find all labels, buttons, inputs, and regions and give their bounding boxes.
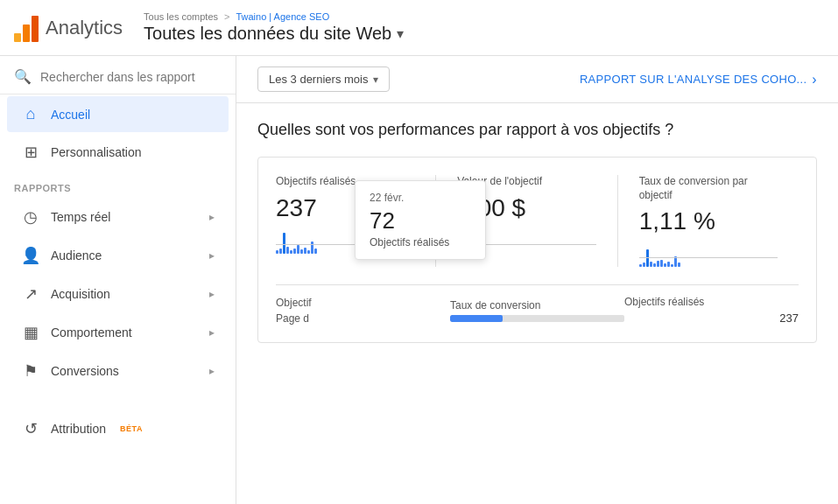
breadcrumb-link[interactable]: Twaino | Agence SEO: [236, 11, 329, 22]
spark-bar: [279, 248, 282, 254]
breadcrumb-bottom: Toutes les données du site Web ▾: [144, 24, 404, 44]
clock-icon: ◷: [21, 207, 40, 227]
chevron-right-icon: ▸: [209, 365, 215, 377]
tooltip-date: 22 févr.: [370, 192, 471, 204]
bottom-col-realises: Objectifs réalisés 237: [624, 296, 799, 325]
bottom-col-label: Taux de conversion: [450, 299, 624, 312]
acquisition-icon: ↗: [21, 284, 40, 304]
sidebar-item-acquisition[interactable]: ↗ Acquisition ▸: [7, 276, 229, 312]
spark-bar: [678, 262, 680, 267]
spark-bar: [639, 264, 642, 267]
spark-bar: [643, 262, 645, 267]
spark-bar: [657, 261, 659, 267]
date-filter-dropdown[interactable]: Les 3 derniers mois ▾: [257, 66, 390, 92]
spark-baseline: [639, 257, 778, 258]
mini-bar-container: [450, 315, 624, 322]
bottom-col-label: Objectifs réalisés: [624, 296, 799, 308]
bottom-col-text: Page d: [276, 312, 450, 325]
person-icon: 👤: [21, 246, 40, 265]
metrics-bottom-row: 22 févr. 72 Objectifs réalisés Objectif …: [276, 284, 799, 325]
chevron-right-icon: ▸: [209, 326, 215, 339]
sidebar-item-accueil[interactable]: ⌂ Accueil: [7, 96, 229, 132]
main-layout: 🔍 ⌂ Accueil ⊞ Personnalisation RAPPORTS …: [0, 56, 838, 504]
sidebar-item-label: Conversions: [51, 364, 119, 378]
spark-bar: [297, 245, 299, 254]
breadcrumb-sep: >: [224, 11, 229, 22]
flag-icon: ⚑: [21, 361, 40, 381]
sidebar-item-personnalisation[interactable]: ⊞ Personnalisation: [7, 134, 229, 171]
tooltip-value: 72: [370, 207, 471, 234]
search-area: 🔍: [0, 60, 236, 94]
arrow-right-icon: ›: [812, 72, 817, 88]
attribution-icon: ↺: [21, 419, 40, 438]
sidebar-item-label: Accueil: [51, 108, 90, 122]
spark-bar: [307, 250, 310, 254]
spark-bar: [290, 250, 292, 254]
metric-label: Taux de conversion par objectif: [639, 175, 778, 202]
sidebar: 🔍 ⌂ Accueil ⊞ Personnalisation RAPPORTS …: [0, 56, 236, 504]
reports-section-label: RAPPORTS: [0, 172, 236, 197]
logo-icon: [14, 14, 39, 42]
chevron-right-icon: ▸: [209, 249, 215, 262]
breadcrumb-top: Tous les comptes > Twaino | Agence SEO: [144, 11, 404, 22]
sidebar-item-label: Attribution: [51, 422, 106, 436]
metrics-card: Objectifs réalisés 237: [257, 157, 817, 343]
sparkline-taux: [639, 242, 778, 267]
sidebar-item-label: Audience: [51, 248, 102, 262]
logo-area: Analytics: [14, 14, 123, 42]
content-area: Les 3 derniers mois ▾ RAPPORT SUR L'ANAL…: [236, 56, 838, 504]
mini-bar-fill: [450, 315, 503, 322]
app-title: Analytics: [46, 17, 123, 39]
sidebar-item-label: Personnalisation: [51, 145, 142, 159]
beta-badge: BÉTA: [120, 424, 143, 433]
tooltip-label: Objectifs réalisés: [370, 236, 471, 248]
home-icon: ⌂: [21, 105, 40, 123]
chevron-right-icon: ▸: [209, 288, 215, 300]
logo-bar-2: [23, 24, 30, 42]
sidebar-item-comportement[interactable]: ▦ Comportement ▸: [7, 314, 229, 351]
sidebar-item-temps-reel[interactable]: ◷ Temps réel ▸: [7, 199, 229, 235]
spark-bar: [653, 263, 656, 267]
cohort-report-link[interactable]: RAPPORT SUR L'ANALYSE DES COHO... ›: [580, 72, 817, 88]
bottom-col-taux: Taux de conversion: [450, 299, 624, 322]
search-input[interactable]: [40, 70, 222, 84]
logo-bar-3: [32, 16, 39, 42]
spark-bar-highlight: [646, 249, 649, 267]
sidebar-item-attribution[interactable]: ↺ Attribution BÉTA: [7, 410, 229, 447]
search-icon: 🔍: [14, 68, 32, 85]
spark-bar: [650, 262, 652, 267]
spark-bar: [300, 249, 303, 254]
bottom-col-label: Objectif: [276, 297, 450, 309]
chevron-down-icon[interactable]: ▾: [397, 25, 404, 42]
breadcrumb-part1: Tous les comptes: [144, 11, 218, 22]
spark-bar-highlight: [283, 233, 285, 254]
taux-bar: [450, 315, 624, 322]
spark-bar: [671, 264, 673, 267]
content-main: Quelles sont vos performances par rappor…: [236, 103, 838, 360]
sidebar-item-label: Comportement: [51, 326, 132, 340]
app-header: Analytics Tous les comptes > Twaino | Ag…: [0, 0, 838, 56]
chevron-down-icon: ▾: [373, 74, 378, 86]
spark-bar: [304, 248, 306, 254]
bottom-col-value: 237: [624, 312, 799, 325]
spark-bar: [276, 250, 278, 254]
spark-bar: [660, 260, 663, 267]
metric-value: 1,11 %: [639, 207, 778, 235]
metric-taux-conversion: Taux de conversion par objectif 1,11 %: [639, 175, 799, 267]
sidebar-item-audience[interactable]: 👤 Audience ▸: [7, 237, 229, 274]
spark-bar: [664, 263, 666, 267]
sidebar-item-label: Acquisition: [51, 287, 110, 301]
logo-bar-1: [14, 33, 21, 42]
sidebar-item-conversions[interactable]: ⚑ Conversions ▸: [7, 353, 229, 389]
spark-bar: [286, 247, 289, 254]
spark-bar: [293, 248, 296, 254]
content-topbar: Les 3 derniers mois ▾ RAPPORT SUR L'ANAL…: [236, 56, 838, 103]
bottom-col-objectif: Objectif Page d: [276, 297, 450, 325]
spark-bar: [314, 248, 317, 254]
grid-icon: ⊞: [21, 143, 40, 162]
breadcrumb: Tous les comptes > Twaino | Agence SEO T…: [144, 11, 404, 44]
behavior-icon: ▦: [21, 323, 40, 342]
chevron-right-icon: ▸: [209, 211, 215, 223]
tooltip: 22 févr. 72 Objectifs réalisés: [355, 180, 486, 260]
site-title: Toutes les données du site Web: [144, 24, 391, 44]
